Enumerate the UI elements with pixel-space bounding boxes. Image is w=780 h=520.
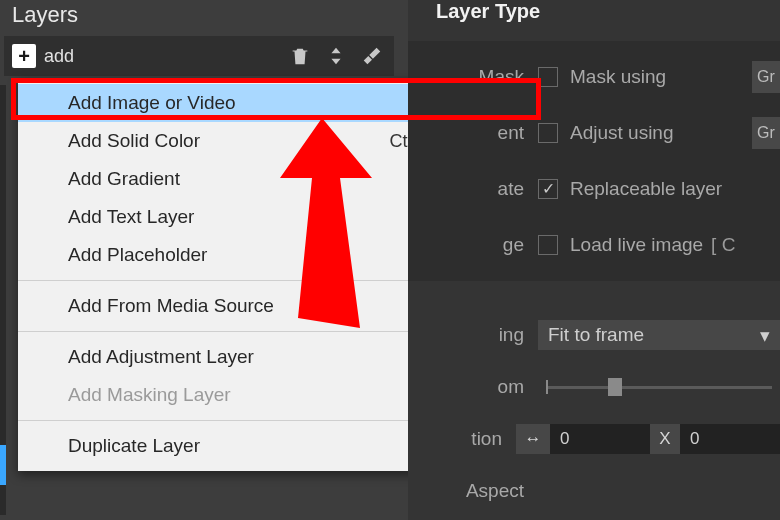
mask-row: Mask Mask using Gr	[408, 49, 780, 105]
template-text: Replaceable layer	[570, 178, 722, 200]
add-layer-button[interactable]: +	[12, 44, 36, 68]
sort-icon[interactable]	[322, 42, 350, 70]
position-y-input[interactable]: 0	[680, 424, 780, 454]
menu-item-label: Add From Media Source	[68, 295, 274, 317]
fit-select-value: Fit to frame	[548, 324, 644, 346]
mask-checkbox[interactable]	[538, 67, 558, 87]
position-row: tion ↔ 0 X 0	[408, 413, 780, 465]
live-image-row: ge Load live image [ C	[408, 217, 780, 273]
menu-item-label: Add Masking Layer	[68, 384, 231, 406]
fit-row: ing Fit to frame ▾	[408, 309, 780, 361]
adjustment-text: Adjust using	[570, 122, 674, 144]
aspect-label: Aspect	[408, 480, 538, 502]
replaceable-checkbox[interactable]	[538, 179, 558, 199]
position-x-input[interactable]: 0	[550, 424, 650, 454]
adjustment-checkbox[interactable]	[538, 123, 558, 143]
zoom-slider[interactable]	[538, 372, 780, 402]
slider-knob[interactable]	[608, 378, 622, 396]
position-label: tion	[408, 428, 516, 450]
layers-panel-title: Layers	[4, 0, 394, 36]
fit-label: ing	[408, 324, 538, 346]
app-root: Layers + add Add Image or Video Ctrl+Shi…	[0, 0, 780, 520]
menu-item-label: Duplicate Layer	[68, 435, 200, 457]
live-image-text: Load live image	[570, 234, 703, 256]
chevron-down-icon: ▾	[760, 324, 770, 347]
menu-item-label: Add Adjustment Layer	[68, 346, 254, 368]
layer-type-options: Mask Mask using Gr ent Adjust using Gr a…	[408, 41, 780, 281]
layers-toolbar: + add	[4, 36, 394, 76]
add-layer-label: add	[44, 46, 74, 67]
adjustment-label: ent	[408, 122, 538, 144]
mask-text: Mask using	[570, 66, 666, 88]
template-label: ate	[408, 178, 538, 200]
position-x-label: X	[650, 424, 680, 454]
selected-layer-thumb	[0, 445, 6, 485]
tools-icon[interactable]	[358, 42, 386, 70]
adjustment-row: ent Adjust using Gr	[408, 105, 780, 161]
position-link-icon[interactable]: ↔	[516, 424, 550, 454]
zoom-label: om	[408, 376, 538, 398]
template-row: ate Replaceable layer	[408, 161, 780, 217]
adjustment-picker-button[interactable]: Gr	[752, 117, 780, 149]
menu-item-label: Add Gradient	[68, 168, 180, 190]
live-image-extra: [ C	[711, 234, 735, 256]
menu-item-label: Add Placeholder	[68, 244, 207, 266]
menu-item-label: Add Text Layer	[68, 206, 194, 228]
live-image-label: ge	[408, 234, 538, 256]
layers-panel: Layers + add	[4, 0, 394, 76]
live-image-checkbox[interactable]	[538, 235, 558, 255]
aspect-row: Aspect	[408, 465, 780, 517]
layer-type-header: Layer Type	[408, 0, 780, 23]
menu-item-label: Add Image or Video	[68, 92, 236, 114]
zoom-row: om	[408, 361, 780, 413]
mask-label: Mask	[408, 66, 538, 88]
fit-select[interactable]: Fit to frame ▾	[538, 320, 780, 350]
layers-list-scrollbar	[0, 85, 6, 515]
mask-picker-button[interactable]: Gr	[752, 61, 780, 93]
menu-item-label: Add Solid Color	[68, 130, 200, 152]
trash-icon[interactable]	[286, 42, 314, 70]
layer-type-panel: Layer Type Mask Mask using Gr ent Adjust…	[408, 0, 780, 520]
